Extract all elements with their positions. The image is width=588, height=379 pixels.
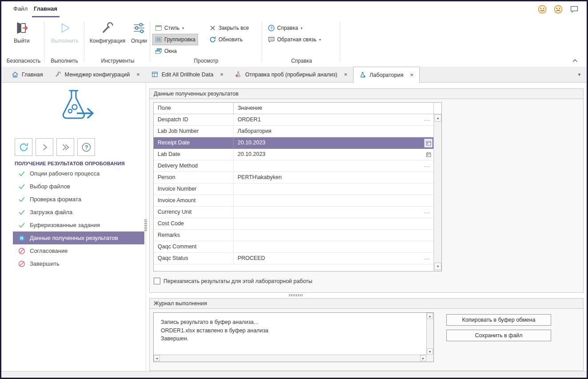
scroll-up-icon[interactable]: ▲: [427, 313, 433, 319]
value-cell[interactable]: [234, 218, 434, 229]
table-row[interactable]: Despatch IDORDER1...: [154, 114, 434, 126]
value-text: PROCEED: [238, 255, 265, 261]
value-cell[interactable]: ...: [234, 207, 434, 218]
frown-icon[interactable]: [554, 5, 563, 14]
horizontal-splitter-handle[interactable]: [289, 294, 302, 296]
calendar-icon[interactable]: [424, 150, 433, 159]
overwrite-results-checkbox[interactable]: [154, 278, 160, 284]
check-icon: [18, 183, 25, 190]
feedback-button[interactable]: Обратная связь▾: [265, 34, 323, 45]
style-button[interactable]: Стиль▾: [152, 22, 187, 34]
next-step-button[interactable]: [36, 138, 53, 156]
log-vertical-scrollbar[interactable]: ▲ ▼: [426, 313, 433, 355]
table-row[interactable]: Currency Unit...: [154, 207, 434, 218]
tab-close-icon[interactable]: ×: [136, 72, 140, 77]
scroll-right-icon[interactable]: ►: [420, 355, 426, 361]
table-row[interactable]: Lab Job NumberЛаборатория: [154, 126, 434, 137]
table-row[interactable]: Cost Code: [154, 218, 434, 230]
value-cell[interactable]: [234, 184, 434, 195]
overwrite-results-label: Перезаписать результаты для этой лаборат…: [163, 278, 312, 284]
table-row[interactable]: Delivery Method...: [154, 160, 434, 172]
grouping-button[interactable]: Группировка: [152, 34, 198, 45]
value-cell[interactable]: [234, 195, 434, 206]
smile-icon[interactable]: [538, 5, 547, 14]
exit-button[interactable]: Выйти: [14, 20, 30, 44]
value-cell[interactable]: PERTH\akabyken: [234, 172, 434, 183]
tab-close-icon[interactable]: ×: [344, 72, 348, 77]
value-cell[interactable]: 20.10.2023: [234, 137, 434, 148]
table-row[interactable]: Receipt Date20.10.2023: [154, 137, 434, 149]
windows-button-label: Окна: [164, 48, 177, 54]
ribbon-tab-home[interactable]: Главная: [34, 5, 57, 12]
ribbon-tab-row: Файл Главная: [1, 1, 587, 18]
wizard-step-5[interactable]: Буферизованные задания: [13, 219, 144, 231]
value-cell[interactable]: PROCEED...: [234, 253, 434, 264]
save-to-file-button[interactable]: Сохранить в файл: [446, 330, 551, 341]
windows-button[interactable]: Окна: [152, 45, 179, 57]
document-tab-2[interactable]: Менеджер конфигураций×: [49, 67, 146, 82]
collapse-ribbon-chevron-icon[interactable]: [572, 58, 578, 63]
execution-log-box[interactable]: Запись результато в буфер анализа...ORDE…: [153, 312, 434, 362]
wizard-step-4[interactable]: Загрузка файла: [13, 206, 144, 219]
document-tab-3[interactable]: Edit All Drillhole Data×: [146, 67, 229, 82]
log-panel-title: Журнал выполнения: [149, 298, 584, 309]
scroll-down-icon[interactable]: ▼: [434, 263, 441, 270]
document-tab-label: Главная: [22, 72, 43, 78]
app-window: Файл Главная Выйти: [0, 0, 588, 379]
value-cell[interactable]: ...: [234, 160, 434, 172]
grid-vertical-scrollbar[interactable]: ▲ ▼: [433, 114, 441, 271]
value-cell[interactable]: [234, 230, 434, 241]
group-label-help: Справка: [263, 58, 340, 64]
ellipsis-editor-icon[interactable]: ...: [424, 207, 430, 216]
tab-overflow-chevron-icon[interactable]: ▼: [577, 72, 581, 77]
ellipsis-editor-icon[interactable]: ...: [424, 160, 430, 170]
table-row[interactable]: Remarks: [154, 230, 434, 241]
document-tab-4[interactable]: Отправка проб (пробирный анализ)×: [229, 67, 353, 82]
refresh-button[interactable]: Обновить: [207, 34, 245, 45]
wizard-help-button[interactable]: ?: [77, 138, 95, 156]
wizard-step-7[interactable]: Согласование: [13, 244, 144, 257]
chat-icon[interactable]: [570, 5, 579, 14]
document-tab-1[interactable]: Главная: [6, 67, 49, 82]
wizard-step-6[interactable]: Данные полученных результатов: [13, 231, 144, 244]
copy-to-clipboard-button[interactable]: Копировать в буфер обмена: [446, 314, 551, 326]
run-button[interactable]: Выполнить: [51, 20, 79, 44]
log-horizontal-scrollbar[interactable]: ◄ ►: [154, 355, 426, 362]
tab-close-icon[interactable]: ×: [410, 72, 413, 78]
scroll-up-icon[interactable]: ▲: [434, 114, 441, 122]
tab-close-icon[interactable]: ×: [220, 72, 223, 77]
config-button[interactable]: Конфигурация: [87, 20, 128, 44]
ellipsis-editor-icon[interactable]: ...: [424, 253, 430, 263]
refresh-step-button[interactable]: [15, 138, 32, 156]
value-cell[interactable]: Лаборатория: [234, 126, 434, 137]
ellipsis-editor-icon[interactable]: ...: [424, 114, 430, 124]
wizard-step-1[interactable]: Опции рабочего процесса: [13, 167, 144, 180]
value-cell[interactable]: 20.10.2023: [234, 149, 434, 160]
value-cell[interactable]: ORDER1...: [234, 114, 434, 125]
ribbon-tab-file[interactable]: Файл: [13, 5, 28, 12]
wizard-step-3[interactable]: Проверка формата: [13, 193, 144, 206]
table-row[interactable]: Qaqc StatusPROCEED...: [154, 253, 434, 264]
document-tab-5[interactable]: Лаборатория×: [353, 67, 420, 83]
group-divider: [44, 21, 44, 62]
field-cell: Invoice Number: [154, 184, 234, 195]
run-all-steps-button[interactable]: [56, 138, 74, 156]
scroll-down-icon[interactable]: ▼: [427, 348, 433, 355]
table-row[interactable]: PersonPERTH\akabyken: [154, 172, 434, 184]
table-row[interactable]: Qaqc Comment: [154, 241, 434, 253]
wizard-step-2[interactable]: Выбор файлов: [13, 180, 144, 193]
vertical-splitter-handle[interactable]: [144, 219, 147, 232]
calendar-icon[interactable]: [424, 139, 433, 148]
options-button-label: Опции: [131, 38, 147, 44]
scroll-left-icon[interactable]: ◄: [154, 355, 160, 361]
value-cell[interactable]: [234, 241, 434, 252]
field-cell: Person: [154, 172, 234, 183]
close-all-button[interactable]: Закрыть все: [207, 22, 251, 34]
table-row[interactable]: Invoice Amount: [154, 195, 434, 207]
wizard-step-8[interactable]: Завершить: [13, 257, 144, 270]
options-button[interactable]: Опции: [129, 20, 149, 44]
table-row[interactable]: Invoice Number: [154, 184, 434, 195]
help-button[interactable]: ? Справка▾: [265, 22, 305, 34]
table-row[interactable]: Lab Date20.10.2023: [154, 149, 434, 160]
wrench-icon: [100, 20, 115, 36]
